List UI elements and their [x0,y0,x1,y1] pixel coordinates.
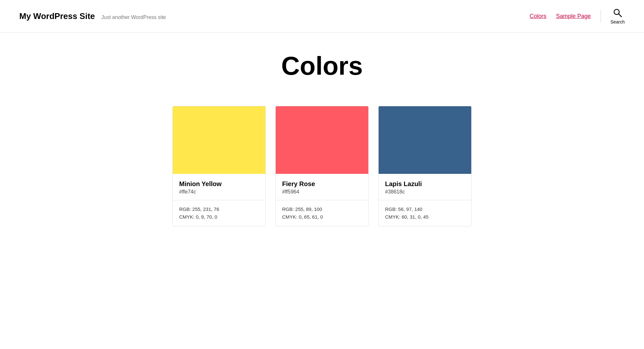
color-card-lapis-lazuli: Lapis Lazuli #38618c RGB: 56, 97, 140 CM… [378,106,472,226]
color-swatch-minion-yellow [173,106,265,174]
color-rgb-lapis-lazuli: RGB: 56, 97, 140 [385,205,465,213]
search-label: Search [611,19,625,24]
color-hex-fiery-rose: #ff5964 [282,189,362,195]
page-title: Colors [148,52,496,80]
color-info-lapis-lazuli: Lapis Lazuli #38618c [379,174,471,200]
color-cmyk-lapis-lazuli: CMYK: 60, 31, 0, 45 [385,213,465,221]
color-hex-minion-yellow: #ffe74c [179,189,259,195]
site-tagline: Just another WordPress site [101,14,166,20]
color-info-fiery-rose: Fiery Rose #ff5964 [276,174,368,200]
site-title[interactable]: My WordPress Site [19,11,95,21]
color-card-minion-yellow: Minion Yellow #ffe74c RGB: 255, 231, 76 … [172,106,266,226]
color-name-lapis-lazuli: Lapis Lazuli [385,180,465,188]
color-info-minion-yellow: Minion Yellow #ffe74c [173,174,265,200]
color-card-fiery-rose: Fiery Rose #ff5964 RGB: 255, 89, 100 CMY… [275,106,369,226]
site-header: My WordPress Site Just another WordPress… [0,0,644,33]
page-content: Colors Minion Yellow #ffe74c RGB: 255, 2… [129,33,515,246]
color-cmyk-minion-yellow: CMYK: 0, 9, 70, 0 [179,213,259,221]
nav-divider [601,10,601,23]
search-icon [612,8,623,18]
nav-link-colors[interactable]: Colors [530,13,547,20]
site-branding: My WordPress Site Just another WordPress… [19,11,166,21]
color-name-minion-yellow: Minion Yellow [179,180,259,188]
nav-link-sample-page[interactable]: Sample Page [556,13,591,20]
color-rgb-fiery-rose: RGB: 255, 89, 100 [282,205,362,213]
color-values-lapis-lazuli: RGB: 56, 97, 140 CMYK: 60, 31, 0, 45 [379,200,471,226]
color-rgb-minion-yellow: RGB: 255, 231, 76 [179,205,259,213]
color-name-fiery-rose: Fiery Rose [282,180,362,188]
site-nav: Colors Sample Page Search [530,8,625,24]
search-button[interactable]: Search [611,8,625,24]
svg-line-1 [619,14,621,17]
color-values-fiery-rose: RGB: 255, 89, 100 CMYK: 0, 65, 61, 0 [276,200,368,226]
color-cmyk-fiery-rose: CMYK: 0, 65, 61, 0 [282,213,362,221]
color-cards-grid: Minion Yellow #ffe74c RGB: 255, 231, 76 … [148,106,496,226]
color-values-minion-yellow: RGB: 255, 231, 76 CMYK: 0, 9, 70, 0 [173,200,265,226]
color-hex-lapis-lazuli: #38618c [385,189,465,195]
color-swatch-fiery-rose [276,106,368,174]
color-swatch-lapis-lazuli [379,106,471,174]
